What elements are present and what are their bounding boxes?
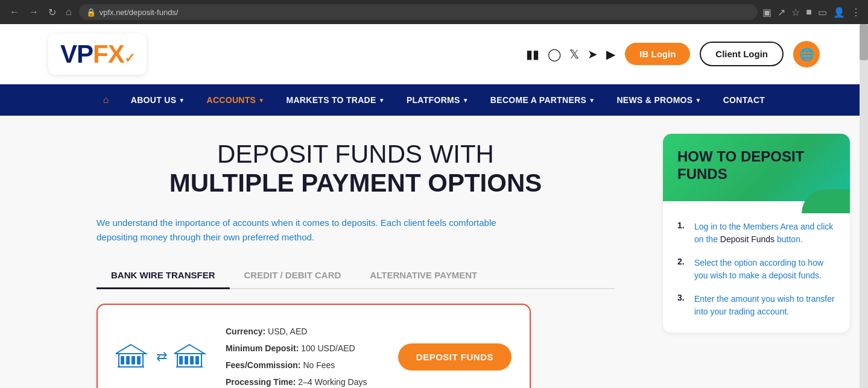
min-deposit-value: 100 USD/AED [301, 343, 355, 353]
step-1-text-blue2: button. [775, 234, 803, 244]
nav-contact[interactable]: CONTACT [712, 84, 776, 116]
site-header: VPFX✓ ▮▮ ◯ 𝕏 ➤ ▶ IB Login Client Login 🌐 [0, 24, 868, 84]
browser-actions: ▣ ↗ ☆ ■ ▭ 👤 ⋮ [762, 7, 861, 18]
how-to-steps: 1. Log in to the Members Area and click … [663, 201, 850, 333]
tab-credit-card[interactable]: CREDIT / DEBIT CARD [230, 263, 356, 289]
currency-row: Currency: USD, AED [226, 323, 380, 340]
instagram-icon[interactable]: ◯ [548, 47, 561, 61]
social-icons: ▮▮ ◯ 𝕏 ➤ ▶ [526, 47, 615, 61]
telegram-icon[interactable]: ➤ [588, 47, 598, 61]
deposit-funds-button[interactable]: DEPOSIT FUNDS [398, 343, 512, 371]
currency-value: USD, AED [268, 327, 307, 336]
svg-rect-5 [137, 356, 141, 365]
address-bar[interactable]: 🔒 vpfx.net/deposit-funds/ [79, 4, 758, 20]
svg-rect-3 [126, 356, 130, 365]
svg-marker-8 [174, 345, 204, 354]
url-text: vpfx.net/deposit-funds/ [100, 8, 179, 17]
hero-title: DEPOSIT FUNDS WITH MULTIPLE PAYMENT OPTI… [97, 140, 615, 198]
how-to-title: HOW TO DEPOSIT FUNDS [677, 148, 835, 183]
nav-news-label: NEWS & PROMOS [616, 95, 692, 105]
content-area: DEPOSIT FUNDS WITH MULTIPLE PAYMENT OPTI… [0, 116, 663, 388]
nav-markets-label: MARKETS TO TRADE [286, 95, 376, 105]
svg-rect-11 [190, 356, 194, 365]
intro-text: We understand the importance of accounts… [97, 216, 531, 245]
payment-tabs: BANK WIRE TRANSFER CREDIT / DEBIT CARD A… [97, 263, 615, 289]
hero-line1: DEPOSIT FUNDS WITH [97, 140, 615, 169]
processing-row: Processing Time: 2–4 Working Days [226, 374, 380, 388]
home-icon: ⌂ [103, 95, 109, 105]
tab-bank-wire[interactable]: BANK WIRE TRANSFER [97, 263, 230, 289]
split-icon[interactable]: ▭ [818, 7, 827, 18]
how-to-header: HOW TO DEPOSIT FUNDS [663, 134, 850, 201]
step-1-text-black: Deposit Funds [720, 234, 775, 244]
fees-label: Fees/Commission: [226, 360, 300, 370]
main-content: DEPOSIT FUNDS WITH MULTIPLE PAYMENT OPTI… [0, 116, 868, 388]
bank-icon-wrap: ⇄ [116, 342, 207, 372]
min-deposit-row: Minimum Deposit: 100 USD/AED [226, 340, 380, 357]
nav-partners-label: BECOME A PARTNERS [490, 95, 586, 105]
fees-row: Fees/Commission: No Fees [226, 357, 380, 374]
reload-button[interactable]: ↻ [46, 4, 59, 20]
menu-icon[interactable]: ⋮ [851, 7, 861, 18]
step-1-num: 1. [677, 221, 688, 230]
header-right: ▮▮ ◯ 𝕏 ➤ ▶ IB Login Client Login 🌐 [526, 41, 820, 67]
step-2-text: Select the option according to how you w… [694, 257, 835, 282]
svg-rect-10 [185, 356, 188, 365]
nav-contact-label: CONTACT [723, 95, 765, 105]
nav-markets[interactable]: MARKETS TO TRADE ▼ [275, 84, 395, 116]
facebook-icon[interactable]: ▮▮ [526, 47, 539, 61]
profile-icon[interactable]: 👤 [833, 7, 845, 18]
svg-rect-4 [131, 356, 135, 365]
client-login-button[interactable]: Client Login [700, 42, 784, 66]
step-2-num: 2. [677, 257, 688, 266]
nav-platforms[interactable]: PLATFORMS ▼ [396, 84, 480, 116]
hero-line2: MULTIPLE PAYMENT OPTIONS [97, 169, 615, 198]
nav-about-arrow: ▼ [179, 97, 185, 104]
tab-alternative-label: ALTERNATIVE PAYMENT [370, 270, 477, 280]
nav-platforms-arrow: ▼ [463, 97, 469, 104]
nav-accounts-label: ACCOUNTS [207, 95, 256, 105]
sidebar: HOW TO DEPOSIT FUNDS 1. Log in to the Me… [663, 116, 868, 388]
bank-icon-left [116, 342, 149, 372]
svg-rect-2 [121, 356, 124, 365]
nav-platforms-label: PLATFORMS [407, 95, 460, 105]
forward-button[interactable]: → [27, 4, 41, 20]
fees-value: No Fees [303, 360, 335, 370]
nav-news-arrow: ▼ [695, 97, 701, 104]
processing-label: Processing Time: [226, 377, 296, 387]
tab-bank-wire-label: BANK WIRE TRANSFER [111, 270, 215, 280]
tab-credit-card-label: CREDIT / DEBIT CARD [244, 270, 341, 280]
home-button[interactable]: ⌂ [63, 4, 74, 20]
extension-icon[interactable]: ■ [806, 7, 812, 18]
language-button[interactable]: 🌐 [793, 41, 820, 67]
browser-chrome: ← → ↻ ⌂ 🔒 vpfx.net/deposit-funds/ ▣ ↗ ☆ … [0, 0, 868, 24]
tab-alternative[interactable]: ALTERNATIVE PAYMENT [355, 263, 492, 289]
ib-login-button[interactable]: IB Login [625, 43, 690, 65]
youtube-icon[interactable]: ▶ [606, 47, 615, 61]
step-1-text: Log in to the Members Area and click on … [694, 221, 835, 246]
screenshot-icon[interactable]: ▣ [762, 7, 771, 18]
nav-accounts[interactable]: ACCOUNTS ▼ [196, 84, 276, 116]
nav-accounts-arrow: ▼ [258, 97, 264, 104]
bookmark-icon[interactable]: ☆ [791, 7, 800, 18]
step-2: 2. Select the option according to how yo… [677, 257, 835, 282]
step-1: 1. Log in to the Members Area and click … [677, 221, 835, 246]
twitter-icon[interactable]: 𝕏 [569, 47, 579, 61]
logo[interactable]: VPFX✓ [48, 34, 147, 75]
svg-marker-1 [116, 345, 146, 354]
bank-icon-right [174, 342, 207, 372]
nav-news[interactable]: NEWS & PROMOS ▼ [606, 84, 712, 116]
scrollbar-thumb[interactable] [860, 24, 868, 60]
nav-markets-arrow: ▼ [379, 97, 385, 104]
how-to-box: HOW TO DEPOSIT FUNDS 1. Log in to the Me… [663, 134, 850, 333]
nav-partners[interactable]: BECOME A PARTNERS ▼ [480, 84, 606, 116]
step-3-num: 3. [677, 293, 688, 302]
nav-home[interactable]: ⌂ [92, 84, 120, 116]
back-button[interactable]: ← [7, 4, 22, 20]
scrollbar[interactable] [860, 24, 868, 388]
share-icon[interactable]: ↗ [778, 7, 785, 18]
svg-rect-9 [179, 356, 183, 365]
main-nav: ⌂ ABOUT US ▼ ACCOUNTS ▼ MARKETS TO TRADE… [0, 84, 868, 116]
nav-about[interactable]: ABOUT US ▼ [120, 84, 196, 116]
nav-partners-arrow: ▼ [589, 97, 595, 104]
